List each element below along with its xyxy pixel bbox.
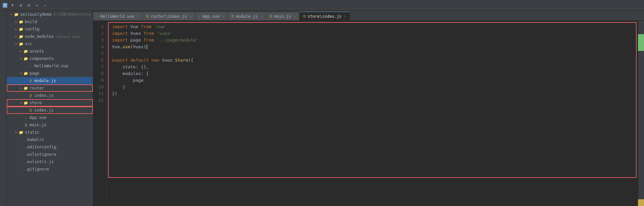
file-eslintignore[interactable]: ·.eslintignore xyxy=(7,151,93,158)
item-label: store xyxy=(30,100,42,105)
file-router-index[interactable]: ☰index.js xyxy=(7,92,93,99)
arrow-right-icon: ▸ xyxy=(14,130,18,134)
item-label: page xyxy=(30,71,39,76)
folder-icon: 📁 xyxy=(19,130,23,135)
code-line-9: page xyxy=(112,77,633,84)
line-number-5: 5 xyxy=(93,50,104,57)
item-label: build xyxy=(25,19,37,24)
tab-type-icon: ✓ xyxy=(97,14,99,18)
config-file-icon: · xyxy=(19,152,23,157)
text-token: Vuex xyxy=(128,30,144,37)
tab-label: module.js xyxy=(236,14,258,19)
file-babelrc[interactable]: ·.babelrc xyxy=(7,136,93,143)
folder-icon: 📁 xyxy=(14,12,19,17)
tab-main[interactable]: ☰ main.js ✕ xyxy=(266,12,300,20)
folder-build[interactable]: ▸📁build xyxy=(7,18,93,25)
tab-store[interactable]: ☰ store\index.js ✕ xyxy=(300,12,350,20)
tab-close-icon[interactable]: ✕ xyxy=(137,14,139,18)
function-token: use xyxy=(122,44,130,50)
item-badge: E:\无额\MyWeixin\se xyxy=(53,12,90,17)
item-label: .eslintignore xyxy=(25,152,56,157)
vue-file-icon: ✓ xyxy=(28,64,33,68)
minimize-icon[interactable]: — xyxy=(42,3,48,8)
folder-nodemodules[interactable]: ▸📁node_moduleslibrary root xyxy=(7,33,93,40)
line-number-7: 7 xyxy=(93,64,104,70)
top-indicator xyxy=(638,34,644,51)
arrow-down-icon: ▾ xyxy=(19,57,23,61)
tab-close-icon[interactable]: ✕ xyxy=(222,14,224,18)
folder-router[interactable]: ▾📁router xyxy=(7,84,93,92)
line-number-1: 1 xyxy=(93,23,104,30)
file-module[interactable]: ☰module.js xyxy=(7,77,93,84)
file-app[interactable]: ✓App.vue xyxy=(7,114,93,121)
project-icon: P xyxy=(3,3,7,8)
folder-components[interactable]: ▾📁components xyxy=(7,55,93,62)
item-label: assets xyxy=(30,49,44,54)
keyword-token: export default xyxy=(112,57,149,64)
line-number-6: 6 xyxy=(93,57,104,64)
file-helloworld[interactable]: ✓HelloWorld.vue xyxy=(7,62,93,70)
folder-src[interactable]: ▾📁src xyxy=(7,40,93,48)
arrow-right-icon: ▸ xyxy=(19,49,23,53)
bottom-indicator xyxy=(638,199,644,206)
folder-config[interactable]: ▸📁config xyxy=(7,25,93,33)
file-editorconfig[interactable]: ·.editorconfig xyxy=(7,143,93,151)
tab-app[interactable]: ✓ App.vue ✕ xyxy=(196,12,228,20)
folder-assets[interactable]: ▸📁assets xyxy=(7,48,93,55)
code-line-6: export default new Vuex.Store({ xyxy=(112,57,633,64)
text-token: ({ xyxy=(188,57,194,64)
text-token: }) xyxy=(112,90,117,97)
line-number-10: 10 xyxy=(93,84,104,90)
tab-close-icon[interactable]: ✕ xyxy=(294,14,296,18)
tab-router[interactable]: ☰ router\index.js ✕ xyxy=(143,12,195,20)
folder-root[interactable]: ▾📁seriouslydemoE:\无额\MyWeixin\se xyxy=(7,11,93,18)
file-main[interactable]: ☰main.js xyxy=(7,121,93,129)
text-token xyxy=(151,23,154,30)
keyword-token: import xyxy=(112,37,128,44)
item-label: module.js xyxy=(34,78,56,83)
item-label: App.vue xyxy=(30,115,47,120)
item-label: seriouslydemo xyxy=(20,12,52,17)
item-label: index.js xyxy=(34,93,54,98)
text-token: } xyxy=(112,84,125,90)
right-panel xyxy=(638,21,644,206)
tab-close-icon[interactable]: ✕ xyxy=(260,14,262,18)
tab-module[interactable]: ☰ module.js ✕ xyxy=(228,12,266,20)
folder-store[interactable]: ▾📁store xyxy=(7,99,93,107)
text-cursor xyxy=(147,45,147,49)
tab-type-icon: ✓ xyxy=(199,14,201,18)
file-store-index[interactable]: ☰index.js xyxy=(7,107,93,114)
tab-label: App.vue xyxy=(203,14,220,19)
file-gitignore[interactable]: ·.gitignore xyxy=(7,165,93,173)
arrow-down-icon: ▾ xyxy=(19,101,23,105)
class-token: Store xyxy=(175,57,188,64)
settings-icon[interactable]: ⚙ xyxy=(18,3,23,8)
config-file-icon: · xyxy=(19,145,23,149)
split-icon[interactable]: ⊟ xyxy=(26,3,32,8)
code-line-4: Vue.use(Vuex) xyxy=(112,44,633,50)
folder-page[interactable]: ▾📁page xyxy=(7,70,93,77)
tab-close-icon[interactable]: ✕ xyxy=(344,14,346,18)
line-number-8: 8 xyxy=(93,70,104,77)
text-token: modules: { xyxy=(112,70,149,77)
arrow-down-icon: ▾ xyxy=(14,42,18,46)
project-panel-label[interactable] xyxy=(0,11,7,206)
tab-label: HelloWorld.vue xyxy=(100,14,134,19)
folder-icon: 📁 xyxy=(19,19,23,24)
line-number-12: 12 xyxy=(93,97,104,104)
tab-helloworld[interactable]: ✓ HelloWorld.vue ✕ xyxy=(93,12,143,20)
gear-icon[interactable]: ✦ xyxy=(34,3,40,8)
file-eslintrc[interactable]: ·.eslintrc.js xyxy=(7,158,93,165)
keyword-token: import xyxy=(112,23,128,30)
line-number-3: 3 xyxy=(93,37,104,44)
code-content[interactable]: import Vue from 'vue'import Vuex from 'v… xyxy=(107,21,638,206)
js-file-icon: ☰ xyxy=(28,78,33,83)
code-line-10: } xyxy=(112,84,633,90)
keyword-token: new xyxy=(151,57,159,64)
folder-static[interactable]: ▸📁static xyxy=(7,129,93,136)
tab-close-icon[interactable]: ✕ xyxy=(190,14,192,18)
item-label: .editorconfig xyxy=(25,145,56,149)
from-keyword-token: from xyxy=(144,37,154,44)
folder-icon: 📁 xyxy=(19,42,23,46)
item-label: node_modules xyxy=(25,34,54,39)
